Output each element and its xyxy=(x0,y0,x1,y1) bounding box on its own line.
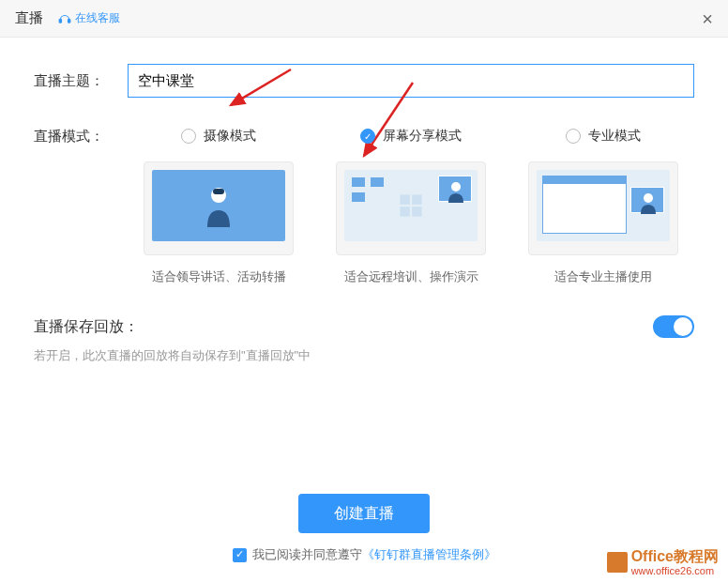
terms-link[interactable]: 《钉钉群直播管理条例》 xyxy=(362,546,496,563)
toggle-knob-icon xyxy=(674,317,692,336)
mode-camera-label: 摄像模式 xyxy=(204,128,256,145)
svg-rect-5 xyxy=(213,189,224,194)
mode-screen-share-radio[interactable]: 屏幕分享模式 xyxy=(360,128,462,145)
mode-pro: 专业模式 适合专业主播使用 xyxy=(511,128,694,285)
save-replay-hint: 若开启，此次直播的回放将自动保存到"直播回放"中 xyxy=(34,347,694,364)
watermark: Office教程网 www.office26.com xyxy=(607,547,719,576)
agree-text: 我已阅读并同意遵守 xyxy=(252,546,362,563)
agree-checkbox[interactable] xyxy=(233,548,247,562)
watermark-url: www.office26.com xyxy=(631,565,719,576)
svg-rect-1 xyxy=(68,19,70,22)
mode-screen-share-label: 屏幕分享模式 xyxy=(383,128,462,145)
mode-label: 直播模式： xyxy=(34,128,128,146)
save-replay-toggle[interactable] xyxy=(653,315,694,338)
svg-rect-6 xyxy=(400,194,410,205)
dialog-header: 直播 在线客服 × xyxy=(0,0,728,38)
watermark-title: Office教程网 xyxy=(631,548,719,564)
create-live-button[interactable]: 创建直播 xyxy=(298,494,430,533)
topic-label: 直播主题： xyxy=(34,72,128,90)
radio-unchecked-icon xyxy=(181,129,196,144)
svg-rect-9 xyxy=(412,207,422,217)
mode-pro-label: 专业模式 xyxy=(588,128,641,145)
agree-row: 我已阅读并同意遵守 《钉钉群直播管理条例》 xyxy=(233,546,496,563)
svg-rect-8 xyxy=(400,207,410,217)
radio-checked-icon xyxy=(360,129,375,144)
mode-row: 直播模式： 摄像模式 适合领导讲话、活动转播 屏幕分享模式 xyxy=(34,128,694,285)
dialog-content: 直播主题： 直播模式： 摄像模式 适合领导讲话、活动转播 xyxy=(0,38,728,391)
mode-options: 摄像模式 适合领导讲话、活动转播 屏幕分享模式 xyxy=(128,128,694,285)
online-service-link[interactable]: 在线客服 xyxy=(58,10,120,26)
mode-pro-desc: 适合专业主播使用 xyxy=(554,268,652,285)
mode-pro-radio[interactable]: 专业模式 xyxy=(566,128,641,145)
save-replay-label: 直播保存回放： xyxy=(34,317,139,337)
svg-point-10 xyxy=(451,182,461,191)
dialog-title: 直播 xyxy=(15,9,43,27)
headset-icon xyxy=(58,12,71,25)
radio-unchecked-icon xyxy=(566,129,581,144)
svg-rect-7 xyxy=(412,194,422,205)
watermark-logo-icon xyxy=(607,552,628,573)
topic-input[interactable] xyxy=(128,64,694,98)
mode-camera-desc: 适合领导讲话、活动转播 xyxy=(152,268,286,285)
online-service-label: 在线客服 xyxy=(75,10,120,26)
mode-camera: 摄像模式 适合领导讲话、活动转播 xyxy=(128,128,311,285)
save-section: 直播保存回放： 若开启，此次直播的回放将自动保存到"直播回放"中 xyxy=(34,315,694,364)
svg-rect-0 xyxy=(59,19,61,22)
topic-row: 直播主题： xyxy=(34,64,694,98)
svg-point-11 xyxy=(644,193,653,203)
mode-screen-share-illustration xyxy=(336,161,486,255)
mode-camera-illustration xyxy=(144,161,294,255)
mode-screen-share-desc: 适合远程培训、操作演示 xyxy=(344,268,478,285)
mode-screen-share: 屏幕分享模式 适合远程培训、操作演示 xyxy=(320,128,503,285)
close-button[interactable]: × xyxy=(702,9,713,28)
mode-pro-illustration xyxy=(528,161,678,255)
mode-camera-radio[interactable]: 摄像模式 xyxy=(181,128,256,145)
